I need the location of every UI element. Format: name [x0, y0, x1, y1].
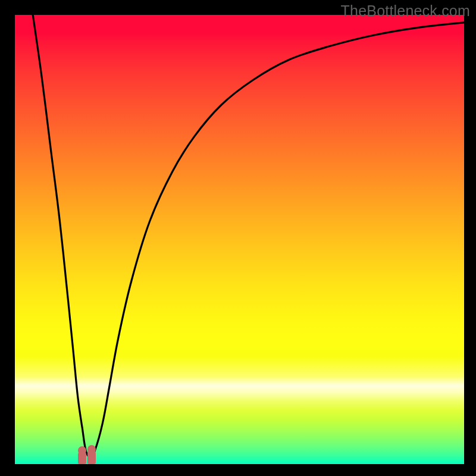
bottleneck-curve [33, 15, 464, 458]
plot-area [15, 15, 464, 464]
left-bump [78, 450, 86, 464]
curve-svg [15, 15, 464, 464]
watermark-text: TheBottleneck.com [341, 2, 470, 20]
right-bump [87, 449, 96, 464]
chart-container: TheBottleneck.com [0, 0, 476, 476]
